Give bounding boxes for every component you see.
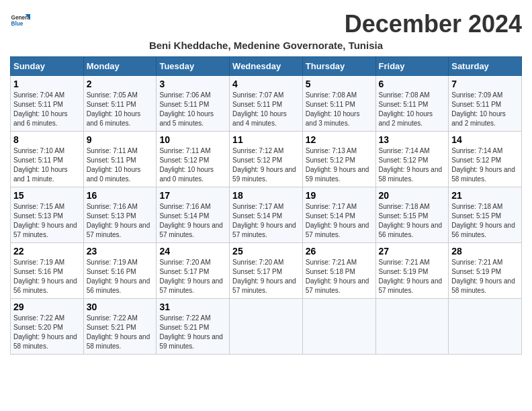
day-number: 29 [13,302,81,312]
day-number: 22 [13,246,81,257]
calendar-week-row: 29Sunrise: 7:22 AM Sunset: 5:20 PM Dayli… [11,299,522,355]
table-row: 29Sunrise: 7:22 AM Sunset: 5:20 PM Dayli… [11,299,84,355]
day-number: 31 [159,302,226,312]
table-row [302,299,375,355]
header-tuesday: Tuesday [157,57,230,76]
table-row: 31Sunrise: 7:22 AM Sunset: 5:21 PM Dayli… [157,299,230,355]
day-info: Sunrise: 7:22 AM Sunset: 5:21 PM Dayligh… [159,314,226,351]
header-thursday: Thursday [302,57,375,76]
header-saturday: Saturday [449,57,522,76]
header-wednesday: Wednesday [230,57,303,76]
day-info: Sunrise: 7:08 AM Sunset: 5:11 PM Dayligh… [306,91,373,128]
table-row: 25Sunrise: 7:20 AM Sunset: 5:17 PM Dayli… [230,243,303,299]
day-info: Sunrise: 7:21 AM Sunset: 5:18 PM Dayligh… [306,258,373,295]
table-row: 22Sunrise: 7:19 AM Sunset: 5:16 PM Dayli… [11,243,84,299]
table-row: 11Sunrise: 7:12 AM Sunset: 5:12 PM Dayli… [230,132,303,187]
table-row: 28Sunrise: 7:21 AM Sunset: 5:19 PM Dayli… [449,243,522,299]
day-number: 4 [232,79,300,89]
day-info: Sunrise: 7:11 AM Sunset: 5:12 PM Dayligh… [159,146,226,184]
calendar-week-row: 8Sunrise: 7:10 AM Sunset: 5:11 PM Daylig… [11,132,522,187]
table-row: 10Sunrise: 7:11 AM Sunset: 5:12 PM Dayli… [157,132,230,187]
day-info: Sunrise: 7:14 AM Sunset: 5:12 PM Dayligh… [379,146,446,184]
subtitle: Beni Kheddache, Medenine Governorate, Tu… [10,40,522,51]
table-row: 4Sunrise: 7:07 AM Sunset: 5:11 PM Daylig… [230,76,303,132]
day-number: 5 [306,79,373,89]
table-row: 7Sunrise: 7:09 AM Sunset: 5:11 PM Daylig… [449,76,522,132]
day-number: 17 [159,190,226,201]
day-info: Sunrise: 7:19 AM Sunset: 5:16 PM Dayligh… [13,258,81,295]
table-row: 2Sunrise: 7:05 AM Sunset: 5:11 PM Daylig… [83,76,157,132]
day-number: 27 [379,246,446,257]
table-row: 17Sunrise: 7:16 AM Sunset: 5:14 PM Dayli… [157,187,230,243]
day-info: Sunrise: 7:17 AM Sunset: 5:14 PM Dayligh… [232,202,300,240]
table-row: 20Sunrise: 7:18 AM Sunset: 5:15 PM Dayli… [375,187,449,243]
calendar-table: Sunday Monday Tuesday Wednesday Thursday… [10,56,522,355]
table-row [375,299,449,355]
day-number: 24 [159,246,226,257]
day-info: Sunrise: 7:06 AM Sunset: 5:11 PM Dayligh… [159,91,226,128]
day-info: Sunrise: 7:05 AM Sunset: 5:11 PM Dayligh… [87,91,154,128]
day-number: 14 [451,134,519,145]
day-number: 6 [379,79,446,89]
page-title: December 2024 [345,10,522,38]
day-number: 7 [451,79,519,89]
day-info: Sunrise: 7:13 AM Sunset: 5:12 PM Dayligh… [306,146,373,184]
day-info: Sunrise: 7:22 AM Sunset: 5:21 PM Dayligh… [87,314,154,351]
calendar-week-row: 22Sunrise: 7:19 AM Sunset: 5:16 PM Dayli… [11,243,522,299]
table-row: 30Sunrise: 7:22 AM Sunset: 5:21 PM Dayli… [83,299,157,355]
day-info: Sunrise: 7:07 AM Sunset: 5:11 PM Dayligh… [232,91,300,128]
table-row: 3Sunrise: 7:06 AM Sunset: 5:11 PM Daylig… [157,76,230,132]
logo-icon: General Blue [10,10,30,30]
table-row [449,299,522,355]
day-info: Sunrise: 7:19 AM Sunset: 5:16 PM Dayligh… [87,258,154,295]
day-info: Sunrise: 7:14 AM Sunset: 5:12 PM Dayligh… [451,146,519,184]
day-number: 8 [13,134,81,145]
day-number: 16 [87,190,154,201]
day-number: 1 [13,79,81,89]
table-row: 24Sunrise: 7:20 AM Sunset: 5:17 PM Dayli… [157,243,230,299]
day-info: Sunrise: 7:08 AM Sunset: 5:11 PM Dayligh… [379,91,446,128]
table-row: 8Sunrise: 7:10 AM Sunset: 5:11 PM Daylig… [11,132,84,187]
table-row: 16Sunrise: 7:16 AM Sunset: 5:13 PM Dayli… [83,187,157,243]
table-row: 23Sunrise: 7:19 AM Sunset: 5:16 PM Dayli… [83,243,157,299]
table-row: 9Sunrise: 7:11 AM Sunset: 5:11 PM Daylig… [83,132,157,187]
day-number: 25 [232,246,300,257]
day-number: 21 [451,190,519,201]
day-info: Sunrise: 7:16 AM Sunset: 5:14 PM Dayligh… [159,202,226,240]
day-number: 9 [87,134,154,145]
day-number: 19 [306,190,373,201]
calendar-week-row: 15Sunrise: 7:15 AM Sunset: 5:13 PM Dayli… [11,187,522,243]
table-row: 27Sunrise: 7:21 AM Sunset: 5:19 PM Dayli… [375,243,449,299]
calendar-week-row: 1Sunrise: 7:04 AM Sunset: 5:11 PM Daylig… [11,76,522,132]
day-number: 26 [306,246,373,257]
day-number: 15 [13,190,81,201]
calendar-header-row: Sunday Monday Tuesday Wednesday Thursday… [11,57,522,76]
day-number: 23 [87,246,154,257]
day-info: Sunrise: 7:21 AM Sunset: 5:19 PM Dayligh… [451,258,519,295]
table-row: 12Sunrise: 7:13 AM Sunset: 5:12 PM Dayli… [302,132,375,187]
day-info: Sunrise: 7:20 AM Sunset: 5:17 PM Dayligh… [232,258,300,295]
table-row: 15Sunrise: 7:15 AM Sunset: 5:13 PM Dayli… [11,187,84,243]
table-row: 21Sunrise: 7:18 AM Sunset: 5:15 PM Dayli… [449,187,522,243]
day-info: Sunrise: 7:10 AM Sunset: 5:11 PM Dayligh… [13,146,81,184]
day-number: 13 [379,134,446,145]
header-sunday: Sunday [11,57,84,76]
day-number: 18 [232,190,300,201]
table-row: 1Sunrise: 7:04 AM Sunset: 5:11 PM Daylig… [11,76,84,132]
table-row: 19Sunrise: 7:17 AM Sunset: 5:14 PM Dayli… [302,187,375,243]
day-number: 3 [159,79,226,89]
day-info: Sunrise: 7:11 AM Sunset: 5:11 PM Dayligh… [87,146,154,184]
day-info: Sunrise: 7:09 AM Sunset: 5:11 PM Dayligh… [451,91,519,128]
day-info: Sunrise: 7:21 AM Sunset: 5:19 PM Dayligh… [379,258,446,295]
day-info: Sunrise: 7:12 AM Sunset: 5:12 PM Dayligh… [232,146,300,184]
table-row: 6Sunrise: 7:08 AM Sunset: 5:11 PM Daylig… [375,76,449,132]
day-number: 20 [379,190,446,201]
day-number: 10 [159,134,226,145]
table-row: 26Sunrise: 7:21 AM Sunset: 5:18 PM Dayli… [302,243,375,299]
header-monday: Monday [83,57,157,76]
table-row [230,299,303,355]
day-info: Sunrise: 7:17 AM Sunset: 5:14 PM Dayligh… [306,202,373,240]
day-info: Sunrise: 7:04 AM Sunset: 5:11 PM Dayligh… [13,91,81,128]
day-number: 11 [232,134,300,145]
day-info: Sunrise: 7:20 AM Sunset: 5:17 PM Dayligh… [159,258,226,295]
